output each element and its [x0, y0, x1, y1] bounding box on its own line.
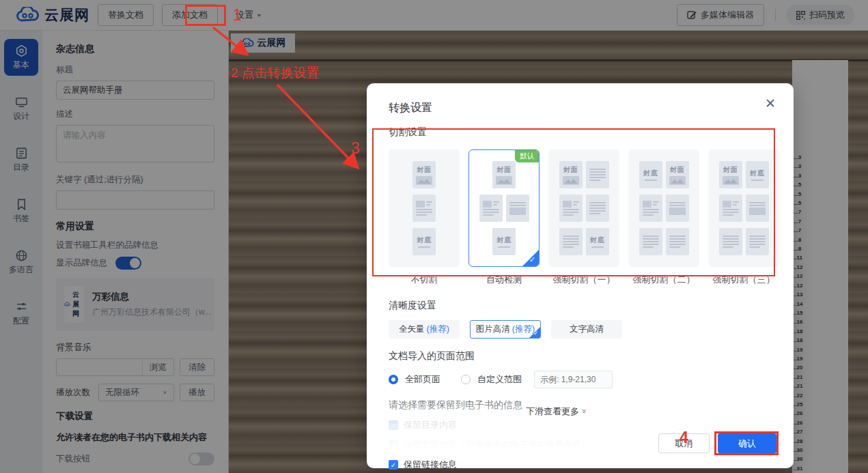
selected-check-icon: ✓ — [529, 326, 541, 339]
annotation-step-1: 1 — [233, 6, 242, 25]
annotation-step-2: 2 点击转换设置 — [231, 64, 320, 82]
clarity-options-group: 全矢量(推荐)图片高清(推荐)✓文字高清 — [389, 320, 772, 339]
clarity-label: 图片高清 — [476, 324, 510, 335]
annotation-box-cut-options — [372, 128, 775, 276]
clarity-label: 全矢量 — [399, 324, 425, 335]
range-section-title: 文档导入的页面范围 — [389, 350, 772, 362]
custom-range-label: 自定义范围 — [477, 373, 522, 386]
app-root: 云展网 替换文档 添加文档 设置 ▼ 多媒体编辑器 — [0, 0, 868, 473]
clarity-option-图片高清[interactable]: 图片高清(推荐)✓ — [470, 320, 541, 339]
all-pages-label: 全部页面 — [405, 373, 440, 386]
checkbox-checked-icon[interactable]: ✓ — [389, 460, 398, 470]
see-more-label: 下滑查看更多 — [526, 406, 579, 416]
keep-option-label: 保留链接信息 — [404, 459, 457, 471]
annotation-box-settings — [185, 5, 226, 26]
clarity-section-title: 清晰度设置 — [389, 300, 772, 312]
custom-range-radio[interactable] — [461, 375, 471, 384]
recommended-tag: (推荐) — [427, 324, 449, 335]
close-icon[interactable]: ✕ — [765, 97, 776, 110]
double-chevron-down-icon: » — [579, 409, 589, 414]
see-more-link[interactable]: 下滑查看更多 » — [526, 405, 587, 418]
clarity-label: 文字高清 — [570, 324, 604, 335]
custom-range-input[interactable] — [534, 371, 613, 388]
modal-title: 转换设置 — [389, 101, 772, 115]
all-pages-radio[interactable] — [389, 375, 398, 384]
clarity-option-全矢量[interactable]: 全矢量(推荐) — [389, 320, 460, 339]
annotation-step-4: 4 — [680, 429, 688, 447]
annotation-step-3: 3 — [351, 139, 360, 158]
annotation-box-confirm — [714, 431, 779, 455]
clarity-option-文字高清[interactable]: 文字高清 — [551, 320, 622, 339]
keep-option-row: ✓保留链接信息 — [389, 459, 772, 471]
